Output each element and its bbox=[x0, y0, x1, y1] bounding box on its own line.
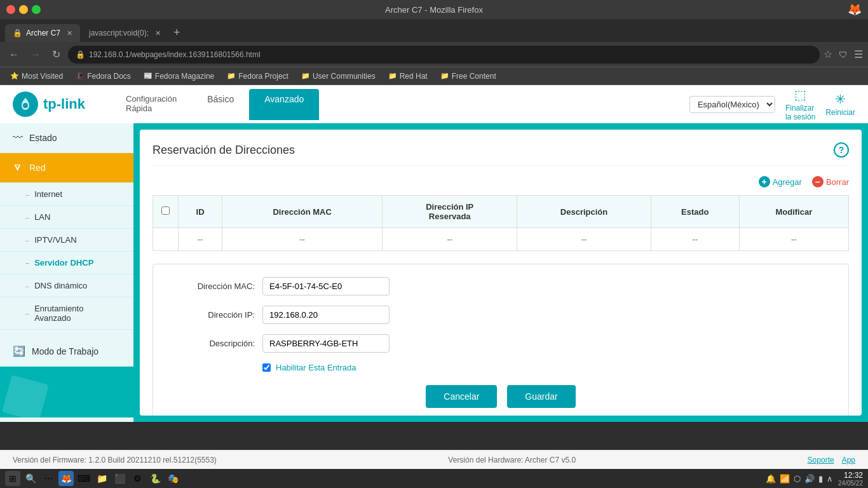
sidebar-label-modo: Modo de Trabajo bbox=[32, 346, 98, 356]
bluetooth-icon[interactable]: ⬡ bbox=[794, 474, 801, 484]
bookmark-fedora-magazine[interactable]: 📰 Fedora Magazine bbox=[139, 71, 219, 82]
address-input-wrap[interactable]: 🔒 192.168.0.1/webpages/index.16391168015… bbox=[68, 46, 820, 64]
bookmark-icon-1: ⭐ bbox=[10, 72, 19, 80]
tab-favicon: 🔒 bbox=[13, 29, 22, 37]
reload-button[interactable]: ↻ bbox=[48, 47, 64, 62]
sidebar-item-modo-trabajo[interactable]: 🔄 Modo de Trabajo bbox=[0, 336, 133, 367]
taskbar-firefox-icon[interactable]: 🦊 bbox=[58, 471, 74, 486]
network-icon[interactable]: 📶 bbox=[780, 474, 790, 484]
maximize-button[interactable] bbox=[32, 5, 41, 14]
taskbar-search-icon[interactable]: 🔍 bbox=[23, 471, 38, 486]
tab-close-icon[interactable]: ✕ bbox=[67, 29, 72, 37]
taskbar-files-icon[interactable]: 📁 bbox=[94, 471, 109, 486]
clock: 12:32 24/05/22 bbox=[838, 471, 863, 487]
taskbar-apps-icon[interactable]: ⊞ bbox=[5, 471, 20, 486]
mac-input[interactable] bbox=[262, 277, 390, 295]
forward-button[interactable]: → bbox=[27, 48, 44, 62]
enable-checkbox[interactable] bbox=[262, 363, 271, 372]
taskbar-extra-icon[interactable]: 🎭 bbox=[165, 471, 180, 486]
main-nav: ConfiguraciónRápida Básico Avanzado bbox=[111, 89, 689, 120]
sidebar-item-estado[interactable]: 〰 Estado bbox=[0, 123, 133, 153]
ip-input[interactable] bbox=[262, 306, 390, 324]
sidebar-subitem-dns[interactable]: – DNS dinámico bbox=[0, 274, 133, 297]
address-text[interactable]: 192.168.0.1/webpages/index.1639116801566… bbox=[89, 50, 812, 59]
desc-input[interactable] bbox=[262, 334, 390, 353]
footer-links: Soporte App bbox=[808, 456, 855, 464]
ip-label: Dirección IP: bbox=[166, 310, 255, 320]
reiniciar-icon: ✳ bbox=[835, 92, 846, 107]
tab-js[interactable]: javascript:void(0); ✕ bbox=[81, 24, 168, 42]
tab-configuracion[interactable]: ConfiguraciónRápida bbox=[111, 89, 192, 120]
back-button[interactable]: ← bbox=[5, 48, 23, 62]
app-link[interactable]: App bbox=[842, 456, 855, 464]
th-checkbox bbox=[153, 196, 179, 228]
bookmark-icon-7: 📁 bbox=[440, 72, 449, 80]
enable-row: Habilitar Esta Entrada bbox=[262, 363, 836, 372]
close-button[interactable] bbox=[6, 5, 15, 14]
tab-archer[interactable]: 🔒 Archer C7 ✕ bbox=[5, 24, 80, 42]
tplink-header: tp-link ConfiguraciónRápida Básico Avanz… bbox=[0, 85, 868, 123]
tab-avanzado[interactable]: Avanzado bbox=[249, 89, 319, 120]
clock-date: 24/05/22 bbox=[838, 480, 863, 487]
sidebar-item-red[interactable]: ⛛ Red bbox=[0, 153, 133, 183]
content-area: Reservación de Direcciones ? + Agregar –… bbox=[140, 130, 862, 416]
sidebar-subitem-iptv[interactable]: – IPTV/VLAN bbox=[0, 229, 133, 252]
help-button[interactable]: ? bbox=[834, 142, 849, 158]
cancelar-button[interactable]: Cancelar bbox=[426, 385, 497, 408]
tab-basico[interactable]: Básico bbox=[192, 89, 249, 120]
window-controls[interactable] bbox=[6, 5, 41, 14]
row-ip: -- bbox=[383, 228, 517, 251]
sidebar-subitem-dhcp[interactable]: – Servidor DHCP bbox=[0, 252, 133, 274]
taskbar-vscode-icon[interactable]: ⬛ bbox=[112, 471, 127, 486]
desc-label: Descripción: bbox=[166, 339, 255, 348]
bookmark-user-communities[interactable]: 📁 User Communities bbox=[296, 71, 381, 82]
notification-icon[interactable]: 🔔 bbox=[766, 474, 776, 484]
sidebar-subitem-enrutamiento[interactable]: – Enrutamiento Avanzado bbox=[0, 297, 133, 330]
tab-close-icon-2[interactable]: ✕ bbox=[155, 29, 161, 37]
taskbar-terminal-icon[interactable]: ⌨ bbox=[76, 471, 92, 486]
up-arrow-icon[interactable]: ∧ bbox=[827, 474, 833, 484]
finalizar-icon: ⬚ bbox=[794, 87, 806, 102]
bookmark-free-content[interactable]: 📁 Free Content bbox=[435, 71, 501, 82]
guardar-button[interactable]: Guardar bbox=[507, 385, 575, 408]
agregar-button[interactable]: + Agregar bbox=[759, 176, 802, 187]
lock-icon: 🔒 bbox=[76, 50, 85, 59]
firmware-version: Versión del Firmware: 1.2.0 Build 202112… bbox=[13, 456, 217, 464]
menu-button[interactable]: ☰ bbox=[854, 48, 863, 60]
reiniciar-button[interactable]: ✳ Reiniciar bbox=[825, 92, 855, 117]
form-row-desc: Descripción: bbox=[166, 334, 836, 353]
taskbar-settings-icon[interactable]: ⚙ bbox=[130, 471, 145, 486]
bookmark-label-5: User Communities bbox=[313, 72, 376, 81]
soporte-link[interactable]: Soporte bbox=[808, 456, 834, 464]
sidebar-subitem-internet[interactable]: – Internet bbox=[0, 183, 133, 206]
taskbar-python-icon[interactable]: 🐍 bbox=[147, 471, 163, 486]
taskbar-apps2-icon[interactable]: ⋯ bbox=[41, 471, 56, 486]
row-id: -- bbox=[179, 228, 222, 251]
shield-button[interactable]: 🛡 bbox=[839, 50, 848, 60]
borrar-button[interactable]: – Borrar bbox=[812, 176, 849, 187]
minimize-button[interactable] bbox=[19, 5, 28, 14]
header-right: Español(México) ⬚ Finalizarla sesión ✳ R… bbox=[689, 87, 855, 121]
new-tab-button[interactable]: + bbox=[170, 26, 184, 39]
bookmark-fedora-project[interactable]: 📁 Fedora Project bbox=[222, 71, 294, 82]
bookmark-most-visited[interactable]: ⭐ Most Visited bbox=[5, 71, 68, 82]
dash-icon-5: – bbox=[25, 282, 29, 290]
enable-label[interactable]: Habilitar Esta Entrada bbox=[276, 363, 356, 372]
bookmark-star-button[interactable]: ☆ bbox=[824, 48, 832, 60]
title-bar: Archer C7 - Mozilla Firefox 🦊 bbox=[0, 0, 868, 19]
reservaciones-table: ID Dirección MAC Dirección IPReservada D… bbox=[153, 195, 849, 251]
reiniciar-label: Reiniciar bbox=[825, 108, 855, 117]
finalizar-label: Finalizarla sesión bbox=[785, 104, 815, 121]
address-bar: ← → ↻ 🔒 192.168.0.1/webpages/index.16391… bbox=[0, 42, 868, 67]
page-title: Reservación de Direcciones bbox=[153, 144, 295, 157]
sidebar-subitem-lan[interactable]: – LAN bbox=[0, 206, 133, 229]
volume-icon[interactable]: 🔊 bbox=[804, 474, 815, 484]
finalizar-button[interactable]: ⬚ Finalizarla sesión bbox=[785, 87, 815, 121]
bookmark-icon-4: 📁 bbox=[227, 72, 236, 80]
bookmark-icon-2: 🎩 bbox=[76, 72, 85, 80]
bookmark-fedora-docs[interactable]: 🎩 Fedora Docs bbox=[71, 71, 136, 82]
language-select[interactable]: Español(México) bbox=[689, 96, 775, 113]
bookmark-red-hat[interactable]: 📁 Red Hat bbox=[383, 71, 433, 82]
subitem-label-iptv: IPTV/VLAN bbox=[34, 235, 76, 245]
select-all-checkbox[interactable] bbox=[161, 207, 170, 215]
